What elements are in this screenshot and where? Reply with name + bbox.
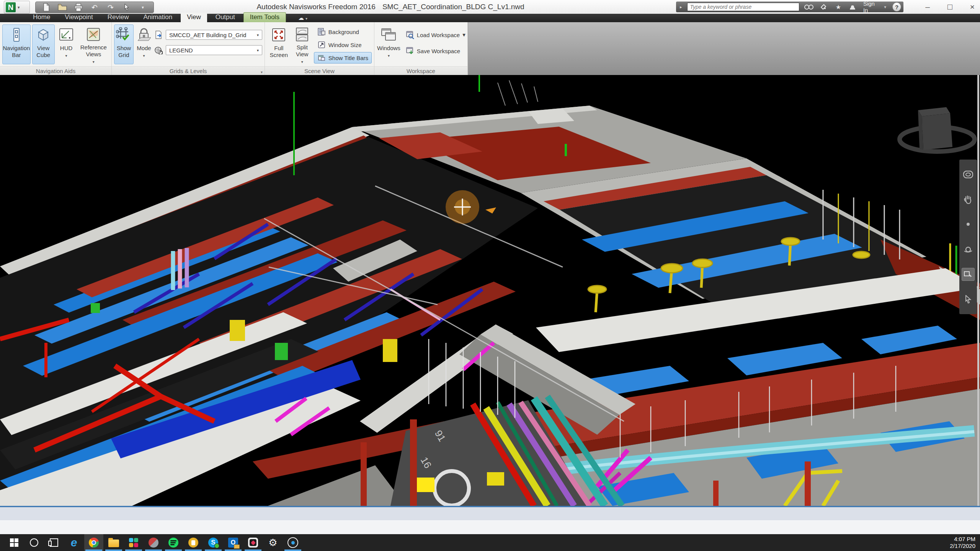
- taskbar-spotify[interactable]: [164, 534, 183, 551]
- hud-icon: [59, 27, 74, 42]
- tab-item-tools[interactable]: Item Tools: [243, 12, 286, 22]
- close-button[interactable]: ×: [970, 2, 975, 11]
- orbit-icon[interactable]: [962, 243, 975, 256]
- taskbar-recorder[interactable]: [283, 534, 302, 551]
- taskbar-search-button[interactable]: [24, 534, 44, 551]
- load-workspace-caret-icon: ▾: [462, 31, 466, 38]
- scene-view-viewport[interactable]: 16 91: [0, 75, 980, 507]
- show-grid-button[interactable]: Show Grid: [114, 24, 134, 64]
- redo-icon[interactable]: ↷: [106, 3, 115, 12]
- window-title: Autodesk Navisworks Freedom 2016 SMC_AET…: [268, 0, 513, 14]
- ribbon: Navigation Bar View Cube HUD ▾: [0, 22, 980, 75]
- grid-combo-value: SMCCD_AET Building D_Grid: [169, 32, 257, 38]
- favorites-star-icon[interactable]: ★: [833, 3, 844, 11]
- view-cube-icon: [36, 27, 51, 42]
- status-bar-lower: [0, 520, 980, 535]
- taskbar-clock[interactable]: 4:07 PM 2/17/2020: [950, 534, 975, 551]
- taskbar-capture-app[interactable]: [144, 534, 163, 551]
- infocenter-collapse-icon[interactable]: ▸: [678, 3, 683, 11]
- load-workspace-icon: [406, 31, 414, 39]
- zoom-icon[interactable]: [962, 218, 975, 231]
- tab-view[interactable]: View: [181, 13, 207, 22]
- window-size-button[interactable]: Window Size: [314, 39, 372, 51]
- task-view-icon: [50, 538, 58, 547]
- view-cube-button[interactable]: View Cube: [32, 24, 55, 64]
- task-view-button[interactable]: [44, 534, 64, 551]
- windows-button[interactable]: Windows ▾: [377, 24, 401, 64]
- tab-home[interactable]: Home: [27, 13, 56, 22]
- qat-customize-caret-icon[interactable]: ▾: [138, 3, 147, 12]
- tab-viewpoint[interactable]: Viewpoint: [59, 13, 99, 22]
- gold-app-icon: [188, 538, 198, 548]
- search-binoculars-icon[interactable]: [803, 3, 814, 11]
- undo-icon[interactable]: ↶: [90, 3, 99, 12]
- select-arrow-icon[interactable]: [962, 293, 975, 306]
- search-input[interactable]: [687, 3, 799, 11]
- print-icon[interactable]: [74, 3, 83, 12]
- sign-in-button[interactable]: Sign In: [863, 0, 880, 13]
- tab-review[interactable]: Review: [101, 13, 135, 22]
- reference-views-button[interactable]: Reference Views ▾: [78, 24, 109, 64]
- taskbar-gold-app[interactable]: [184, 534, 203, 551]
- camera-app-icon: [248, 538, 258, 548]
- grid-select-combo[interactable]: SMCCD_AET Building D_Grid ▾: [166, 30, 262, 40]
- 3d-model-canvas[interactable]: 16 91: [0, 75, 980, 506]
- pan-hand-icon[interactable]: [962, 193, 975, 206]
- grids-levels-launcher-icon[interactable]: ▾: [261, 70, 263, 74]
- panel-workspace: Windows ▾ Load Workspace ▾: [374, 22, 468, 75]
- hud-caret-icon: ▾: [65, 52, 67, 59]
- select-tool-icon[interactable]: [122, 3, 131, 12]
- windows-caret-icon: ▾: [388, 52, 390, 59]
- background-icon: [317, 28, 326, 36]
- communication-center-icon[interactable]: [818, 3, 829, 11]
- connected-cloud-icon[interactable]: ☁▾: [298, 15, 307, 22]
- new-document-icon[interactable]: [42, 3, 51, 12]
- taskbar-skype[interactable]: S: [204, 534, 223, 551]
- taskbar-settings[interactable]: ⚙: [263, 534, 283, 551]
- tab-animation[interactable]: Animation: [137, 13, 179, 22]
- help-icon[interactable]: ?: [892, 2, 901, 11]
- full-screen-button[interactable]: Full Screen: [267, 24, 291, 64]
- chrome-icon: [89, 538, 99, 548]
- sign-in-person-icon[interactable]: [848, 3, 859, 11]
- full-screen-icon: [271, 27, 286, 42]
- level-select-combo[interactable]: LEGEND ▾: [166, 45, 262, 55]
- spotify-icon: [168, 538, 178, 548]
- background-button[interactable]: Background: [314, 26, 372, 37]
- taskbar-edge[interactable]: e: [64, 534, 83, 551]
- application-menu-button[interactable]: N ▾: [4, 1, 30, 14]
- split-view-icon: [294, 27, 310, 42]
- viewport-right-border: [977, 75, 979, 506]
- window-size-icon: [317, 41, 326, 49]
- level-combo-caret-icon[interactable]: ▾: [257, 48, 259, 52]
- steering-wheel-icon[interactable]: [962, 168, 975, 181]
- restore-button[interactable]: □: [947, 2, 952, 11]
- minimize-button[interactable]: –: [925, 2, 930, 11]
- open-file-icon[interactable]: [58, 3, 67, 12]
- taskbar-slack[interactable]: [124, 534, 143, 551]
- gear-icon: ⚙: [268, 537, 277, 549]
- taskbar-outlook[interactable]: O: [224, 534, 243, 551]
- start-button[interactable]: [5, 534, 24, 551]
- save-workspace-button[interactable]: Save Workspace: [402, 45, 469, 57]
- look-around-icon[interactable]: [962, 268, 975, 281]
- hud-button[interactable]: HUD ▾: [56, 24, 77, 64]
- split-view-button[interactable]: Split View ▾: [292, 24, 312, 64]
- taskbar-chrome[interactable]: [84, 534, 103, 551]
- quick-access-toolbar: ↶ ↷ ▾: [35, 2, 154, 13]
- cloud-caret-icon: ▾: [305, 16, 307, 21]
- navigation-bar-button[interactable]: Navigation Bar: [2, 24, 31, 64]
- grid-combo-caret-icon[interactable]: ▾: [257, 33, 259, 37]
- load-workspace-button[interactable]: Load Workspace ▾: [402, 29, 469, 41]
- taskbar-file-explorer[interactable]: [104, 534, 123, 551]
- show-title-bars-button[interactable]: Show Title Bars: [314, 52, 372, 64]
- show-grid-icon: [116, 27, 131, 42]
- panel-navigation-aids: Navigation Bar View Cube HUD ▾: [0, 22, 112, 75]
- view-cube-3d[interactable]: [900, 107, 975, 152]
- taskbar-camera-app[interactable]: [243, 534, 263, 551]
- tab-output[interactable]: Output: [209, 13, 241, 22]
- sign-in-caret-icon[interactable]: ▾: [884, 5, 886, 10]
- navisworks-logo-icon: N: [6, 2, 16, 12]
- skype-icon: S: [208, 538, 218, 548]
- grid-mode-button[interactable]: Mode ▾: [135, 24, 153, 64]
